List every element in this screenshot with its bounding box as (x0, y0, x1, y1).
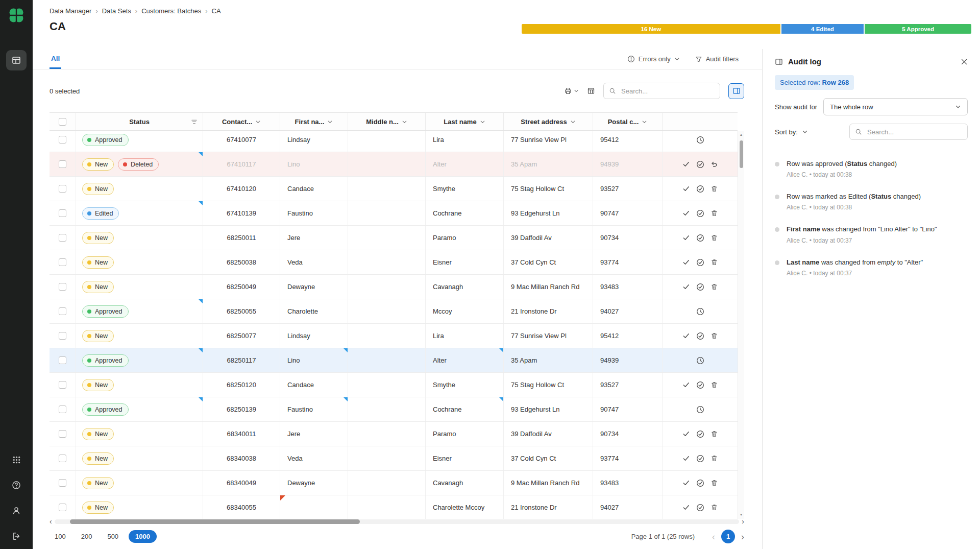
breadcrumb-item[interactable]: Customers: Batches (141, 7, 201, 15)
verify-row-icon[interactable] (696, 160, 704, 169)
breadcrumb-item[interactable]: Data Manager (50, 7, 91, 15)
table-row[interactable]: Approved68250055CharoletteMccoy21 Ironst… (50, 299, 738, 324)
filter-lines-icon[interactable] (191, 118, 198, 125)
delete-row-icon[interactable] (710, 332, 718, 340)
column-header-first[interactable]: First na... (280, 113, 348, 130)
verify-row-icon[interactable] (696, 332, 704, 340)
chevron-down-icon[interactable] (402, 119, 407, 125)
scroll-left-arrow[interactable]: ‹ (50, 519, 52, 524)
verify-row-icon[interactable] (696, 430, 704, 438)
row-checkbox[interactable] (59, 283, 66, 291)
table-row[interactable]: Approved68250139FaustinoCochrane93 Edgeh… (50, 397, 738, 422)
delete-row-icon[interactable] (710, 504, 718, 511)
verify-row-icon[interactable] (696, 283, 704, 291)
apps-grid-icon[interactable] (12, 456, 21, 464)
audit-search-input[interactable] (866, 128, 962, 136)
delete-row-icon[interactable] (710, 430, 718, 438)
verify-row-icon[interactable] (696, 258, 704, 267)
prev-page-button[interactable]: ‹ (712, 532, 715, 541)
row-checkbox[interactable] (59, 455, 66, 462)
chevron-down-icon[interactable] (327, 119, 333, 125)
row-checkbox[interactable] (59, 307, 66, 315)
table-row[interactable]: Edited67410139FaustinoCochrane93 Edgehur… (50, 201, 738, 226)
errors-only-toggle[interactable]: Errors only (627, 55, 680, 63)
sort-by-dropdown[interactable]: Sort by: (775, 128, 808, 136)
table-row[interactable]: New68250038VedaEisner37 Cold Cyn Ct93774 (50, 250, 738, 275)
delete-row-icon[interactable] (710, 234, 718, 242)
approve-row-icon[interactable] (682, 479, 690, 487)
verify-row-icon[interactable] (696, 234, 704, 242)
delete-row-icon[interactable] (710, 283, 718, 291)
row-checkbox[interactable] (59, 430, 66, 438)
approve-row-icon[interactable] (682, 185, 690, 193)
row-history-icon[interactable] (696, 136, 704, 144)
row-history-icon[interactable] (696, 307, 704, 316)
restore-row-icon[interactable] (710, 160, 718, 168)
row-history-icon[interactable] (696, 356, 704, 365)
delete-row-icon[interactable] (710, 479, 718, 487)
scroll-down-arrow[interactable]: ▾ (740, 512, 742, 519)
vertical-scrollbar[interactable]: ▴ ▾ (738, 131, 744, 519)
table-row[interactable]: NewDeleted67410117LinoAlter35 Apam94939 (50, 152, 738, 177)
verify-row-icon[interactable] (696, 504, 704, 512)
table-search[interactable] (603, 83, 720, 99)
verify-row-icon[interactable] (696, 479, 704, 487)
table-row[interactable]: Approved68250117LinoAlter35 Apam94939 (50, 348, 738, 373)
row-checkbox[interactable] (59, 209, 66, 217)
row-checkbox[interactable] (59, 185, 66, 193)
verify-row-icon[interactable] (696, 381, 704, 389)
logout-icon[interactable] (12, 532, 21, 541)
row-checkbox[interactable] (59, 356, 66, 364)
approve-row-icon[interactable] (682, 504, 690, 511)
delete-row-icon[interactable] (710, 209, 718, 217)
row-history-icon[interactable] (696, 405, 704, 414)
horizontal-scrollbar[interactable]: ‹ › (50, 519, 744, 524)
row-checkbox[interactable] (59, 381, 66, 389)
table-row[interactable]: Approved67410077LindsayLira77 Sunrise Vi… (50, 131, 738, 152)
chevron-down-icon[interactable] (480, 119, 485, 125)
table-row[interactable]: New68250120CandaceSmythe75 Stag Hollow C… (50, 373, 738, 397)
approve-row-icon[interactable] (682, 258, 690, 266)
table-row[interactable]: New67410120CandaceSmythe75 Stag Hollow C… (50, 177, 738, 201)
horizontal-scrollbar-track[interactable] (55, 519, 740, 524)
row-checkbox[interactable] (59, 160, 66, 168)
column-header-street[interactable]: Street address (504, 113, 593, 130)
scroll-right-arrow[interactable]: › (742, 519, 744, 524)
close-icon[interactable] (961, 58, 968, 65)
table-row[interactable]: New68250011JereParamo39 Daffodil Av90734 (50, 226, 738, 250)
row-checkbox[interactable] (59, 234, 66, 242)
chevron-down-icon[interactable] (570, 119, 576, 125)
table-row[interactable]: New68340049DewayneCavanagh9 Mac Millan R… (50, 471, 738, 495)
audit-search[interactable] (849, 124, 968, 140)
breadcrumb-item[interactable]: Data Sets (102, 7, 131, 15)
table-row[interactable]: New68340011JereParamo39 Daffodil Av90734 (50, 422, 738, 446)
page-size-1000[interactable]: 1000 (129, 530, 157, 543)
delete-row-icon[interactable] (710, 258, 718, 266)
delete-row-icon[interactable] (710, 185, 718, 193)
help-icon[interactable] (12, 481, 21, 490)
verify-row-icon[interactable] (696, 185, 704, 193)
user-icon[interactable] (12, 506, 21, 515)
column-header-postal[interactable]: Postal c... (593, 113, 663, 130)
row-checkbox[interactable] (59, 479, 66, 487)
column-header-contact[interactable]: Contact... (203, 113, 280, 130)
verify-row-icon[interactable] (696, 455, 704, 463)
approve-row-icon[interactable] (682, 283, 690, 291)
sidebar-item-data-sets[interactable] (6, 50, 27, 70)
table-search-input[interactable] (620, 87, 715, 96)
verify-row-icon[interactable] (696, 209, 704, 218)
export-button[interactable] (564, 87, 579, 95)
vertical-scrollbar-thumb[interactable] (740, 140, 743, 168)
page-size-500[interactable]: 500 (102, 530, 124, 543)
audit-panel-toggle-button[interactable] (728, 83, 744, 99)
approve-row-icon[interactable] (682, 234, 690, 242)
column-header-middle[interactable]: Middle n... (348, 113, 426, 130)
table-row[interactable]: New68250049DewayneCavanagh9 Mac Millan R… (50, 275, 738, 299)
approve-row-icon[interactable] (682, 430, 690, 438)
page-size-200[interactable]: 200 (76, 530, 97, 543)
horizontal-scrollbar-thumb[interactable] (70, 519, 360, 524)
table-row[interactable]: New68340055Charolette Mccoy21 Ironstone … (50, 495, 738, 519)
table-row[interactable]: New68250077LindsayLira77 Sunrise View Pl… (50, 324, 738, 348)
current-page-button[interactable]: 1 (721, 530, 735, 543)
column-header-last[interactable]: Last name (426, 113, 504, 130)
